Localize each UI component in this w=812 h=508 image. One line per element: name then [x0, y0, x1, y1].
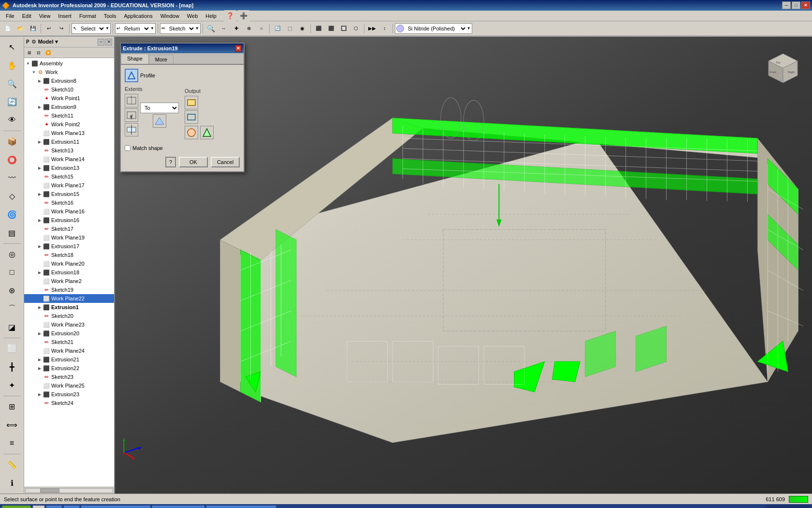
lt-thread-btn[interactable]: ⊛ — [3, 282, 21, 299]
browser-icon-gear[interactable]: ⚙ — [31, 39, 36, 45]
tree-item-assembly[interactable]: ▼ ⬛ Assembly — [24, 59, 114, 68]
menu-applications[interactable]: Applications — [120, 12, 156, 20]
tree-item-10[interactable]: ▶ ⬛ Extrusion13 — [24, 164, 114, 172]
tree-item-0[interactable]: ▶ ⬛ Extrusion8 — [24, 76, 114, 85]
lt-extrude-btn[interactable]: 📦 — [3, 133, 21, 150]
return-dropdown[interactable]: Return — [120, 24, 150, 33]
extents-dropdown[interactable]: To Distance Through All To Next — [140, 103, 179, 113]
tree-item-18[interactable]: ⬜ Work Plane19 — [24, 233, 114, 242]
undo-button[interactable]: ↩ — [43, 23, 55, 34]
cancel-button[interactable]: Cancel — [211, 157, 240, 167]
title-bar-controls[interactable]: ─ □ ✕ — [782, 1, 810, 9]
btn-h3[interactable]: ◉ — [297, 23, 308, 34]
tree-item-21[interactable]: ⬜ Work Plane20 — [24, 259, 114, 268]
lt-revolve-btn[interactable]: ⭕ — [3, 151, 21, 169]
lt-look-btn[interactable]: 👁 — [3, 112, 21, 129]
select-dropdown[interactable]: Select — [77, 24, 105, 33]
tree-item-24[interactable]: ✏ Sketch19 — [24, 285, 114, 294]
taskbar-app-steam[interactable]: 🎮 STEAM - robhl — [152, 506, 204, 508]
tree-item-6[interactable]: ⬜ Work Plane13 — [24, 129, 114, 137]
extent-btn-2[interactable] — [125, 108, 138, 122]
btn-h1[interactable]: 🔄 — [272, 23, 283, 34]
btn-j2[interactable]: ↕ — [379, 23, 391, 34]
menu-web[interactable]: Web — [183, 12, 202, 20]
lt-zoom-btn[interactable]: 🔍 — [3, 75, 21, 92]
tree-item-sk24[interactable]: ✏ Sketch24 — [24, 399, 114, 407]
match-shape-checkbox[interactable] — [125, 145, 130, 151]
btn-g4[interactable]: ⊕ — [243, 23, 255, 34]
tree-item-22[interactable]: ▶ ⬛ Extrusion18 — [24, 268, 114, 277]
browser-expand-all[interactable]: ⊞ — [25, 48, 34, 57]
lt-params-btn[interactable]: ≡ — [3, 434, 21, 452]
tab-more[interactable]: More — [149, 55, 174, 64]
tree-item-ex21[interactable]: ▶ ⬛ Extrusion21 — [24, 355, 114, 364]
minimize-button[interactable]: ─ — [782, 1, 791, 9]
help-button[interactable]: ? — [165, 157, 176, 167]
lt-hole-btn[interactable]: ◎ — [3, 246, 21, 263]
menu-edit[interactable]: Edit — [18, 12, 35, 20]
tree-item-selected[interactable]: ⬜ Work Plane22 — [24, 294, 114, 303]
h-scrollbar-thumb[interactable] — [40, 489, 59, 493]
browser-model-title[interactable]: Model ▾ — [38, 39, 58, 45]
dialog-close-button[interactable]: ✕ — [235, 45, 242, 52]
select-wrapper[interactable]: ↖ Select ▼ — [72, 23, 111, 34]
btn-g2[interactable]: ↔ — [218, 23, 230, 34]
tree-item-work[interactable]: ▼ ⚙ Work — [24, 68, 114, 76]
maximize-button[interactable]: □ — [792, 1, 800, 9]
toolbar-icon-q2[interactable]: ➕ — [238, 10, 249, 22]
tree-item-19[interactable]: ▶ ⬛ Extrusion17 — [24, 242, 114, 251]
taskbar-folder[interactable]: 📁 — [64, 506, 79, 508]
return-wrapper[interactable]: ↵ Return ▼ — [115, 23, 156, 34]
tree-item-7[interactable]: ▶ ⬛ Extrusion11 — [24, 137, 114, 146]
browser-minimize[interactable]: ─ — [98, 39, 104, 45]
tree-item-wp25[interactable]: ⬜ Work Plane25 — [24, 381, 114, 390]
lt-workaxis-btn[interactable]: ╋ — [3, 359, 21, 376]
sketch-dropdown[interactable]: Sketch — [165, 24, 195, 33]
browser-filter[interactable]: 🔽 — [44, 48, 53, 57]
lt-fillet-btn[interactable]: ⌒ — [3, 300, 21, 318]
lt-mirror-btn[interactable]: ⟺ — [3, 416, 21, 433]
ok-button[interactable]: OK — [179, 157, 208, 167]
lt-rotate-btn[interactable]: 🔄 — [3, 93, 21, 111]
taskbar-app-inventor[interactable]: 🔶 Autodesk Inventor P... — [81, 506, 150, 508]
cut-btn[interactable] — [200, 126, 214, 139]
tree-item-ex20[interactable]: ▶ ⬛ Extrusion20 — [24, 329, 114, 338]
lt-select-btn[interactable]: ↖ — [3, 39, 21, 56]
lt-chamfer-btn[interactable]: ◪ — [3, 318, 21, 336]
extent-btn-3[interactable] — [125, 123, 138, 136]
extent-btn-1[interactable] — [125, 94, 138, 107]
btn-g1[interactable]: 🔍 — [205, 23, 217, 34]
open-button[interactable]: 📂 — [14, 23, 26, 34]
tree-item-8[interactable]: ✏ Sketch13 — [24, 146, 114, 155]
lt-loft-btn[interactable]: ◇ — [3, 188, 21, 205]
lt-workplane-btn[interactable]: ⬜ — [3, 340, 21, 358]
tree-item-12[interactable]: ⬜ Work Plane17 — [24, 181, 114, 190]
new-button[interactable]: 📄 — [2, 23, 14, 34]
tree-item-2[interactable]: ✦ Work Point1 — [24, 94, 114, 103]
menu-help[interactable]: Help — [202, 12, 220, 20]
tree-item-14[interactable]: ✏ Sketch16 — [24, 198, 114, 207]
tab-shape[interactable]: Shape — [121, 54, 149, 64]
lt-measure-btn[interactable]: 📏 — [3, 456, 21, 474]
tree-item-16[interactable]: ▶ ⬛ Extrusion16 — [24, 216, 114, 224]
profile-button[interactable] — [125, 69, 138, 82]
material-dropdown[interactable]: Si Nitride (Polished) — [404, 24, 467, 33]
tree-item-23[interactable]: ⬜ Work Plane2 — [24, 277, 114, 285]
output-solid-btn[interactable] — [185, 96, 198, 109]
btn-i4[interactable]: ⬡ — [350, 23, 362, 34]
lt-properties-btn[interactable]: ℹ — [3, 474, 21, 492]
taskbar-app-friends[interactable]: 💬 Friends - DoDeN )v(... — [206, 506, 276, 508]
btn-g3[interactable]: ✚ — [231, 23, 242, 34]
browser-scrollbar-h[interactable] — [24, 487, 114, 493]
tree-item-9[interactable]: ⬜ Work Plane14 — [24, 155, 114, 164]
lt-shell-btn[interactable]: □ — [3, 264, 21, 281]
btn-i3[interactable]: 🔲 — [338, 23, 349, 34]
tree-item-5[interactable]: ✦ Work Point2 — [24, 120, 114, 129]
lt-coil-btn[interactable]: 🌀 — [3, 206, 21, 224]
save-button[interactable]: 💾 — [27, 23, 39, 34]
redo-button[interactable]: ↪ — [56, 23, 67, 34]
tree-item-13[interactable]: ▶ ⬛ Extrusion15 — [24, 190, 114, 198]
tree-item-17[interactable]: ✏ Sketch17 — [24, 224, 114, 233]
tree-item-20[interactable]: ✏ Sketch18 — [24, 251, 114, 259]
lt-rib-btn[interactable]: ▤ — [3, 224, 21, 241]
